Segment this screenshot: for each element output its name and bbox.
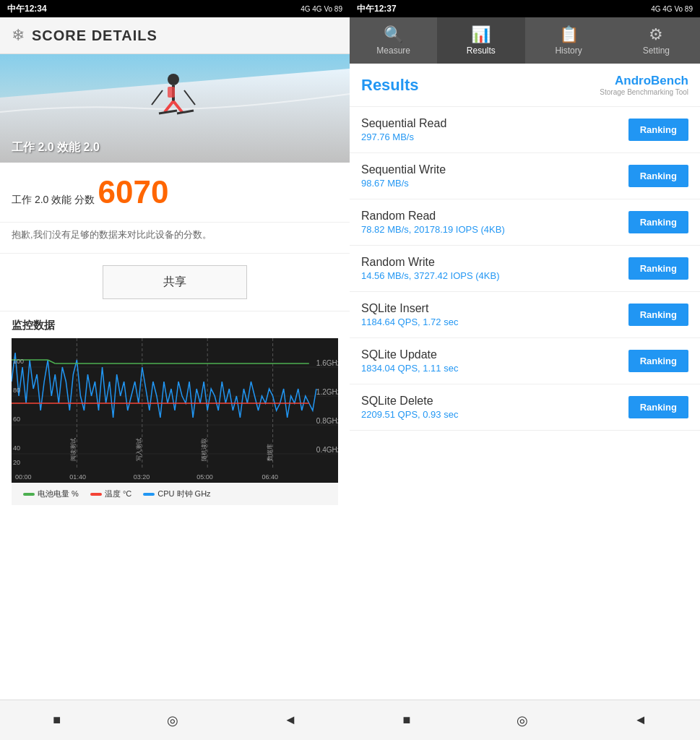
result-info-1: Sequential Write 98.67 MB/s bbox=[361, 163, 446, 189]
logo-sub: Storage Benchmarking Tool bbox=[600, 88, 688, 96]
share-button[interactable]: 共享 bbox=[103, 265, 247, 299]
svg-text:01:40: 01:40 bbox=[69, 473, 86, 481]
svg-text:100: 100 bbox=[13, 358, 24, 365]
ranking-btn-2[interactable]: Ranking bbox=[628, 211, 688, 233]
monitor-section: 监控数据 1.6GHz 1.2GHz 0.8GHz 0.4GHz bbox=[0, 311, 350, 700]
result-name-5: SQLite Update bbox=[361, 348, 458, 361]
legend-temp: 温度 °C bbox=[90, 489, 131, 499]
svg-text:03:20: 03:20 bbox=[134, 473, 150, 481]
result-value-0: 297.76 MB/s bbox=[361, 132, 446, 142]
result-row: SQLite Update 1834.04 QPS, 1.11 sec Rank… bbox=[350, 338, 700, 384]
nav-circle-right[interactable]: ◎ bbox=[511, 707, 534, 734]
tab-setting[interactable]: ⚙ Setting bbox=[613, 17, 700, 64]
tab-history-label: History bbox=[555, 46, 582, 56]
result-row: Sequential Read 297.76 MB/s Ranking bbox=[350, 107, 700, 153]
result-value-4: 1184.64 QPS, 1.72 sec bbox=[361, 317, 458, 327]
result-name-2: Random Read bbox=[361, 210, 505, 223]
ranking-btn-1[interactable]: Ranking bbox=[628, 165, 688, 187]
result-name-6: SQLite Delete bbox=[361, 395, 458, 408]
result-row: Random Read 78.82 MB/s, 20178.19 IOPS (4… bbox=[350, 199, 700, 246]
nav-square-right[interactable]: ■ bbox=[397, 707, 416, 733]
svg-text:0.8GHz: 0.8GHz bbox=[316, 417, 338, 425]
legend-temp-label: 温度 °C bbox=[105, 489, 131, 499]
nav-circle-left[interactable]: ◎ bbox=[161, 707, 184, 734]
svg-text:00:00: 00:00 bbox=[15, 473, 32, 481]
result-value-1: 98.67 MB/s bbox=[361, 178, 446, 189]
legend-battery-label: 电池电量 % bbox=[38, 489, 79, 499]
ranking-btn-3[interactable]: Ranking bbox=[628, 257, 688, 280]
score-section: 工作 2.0 效能 分数 6070 bbox=[0, 163, 350, 223]
result-name-1: Sequential Write bbox=[361, 163, 446, 176]
results-title: Results bbox=[361, 76, 418, 95]
tab-results-label: Results bbox=[467, 46, 496, 56]
score-details-title: SCORE DETAILS bbox=[32, 27, 157, 44]
score-number: 6070 bbox=[98, 174, 169, 210]
right-time: 中午12:37 bbox=[357, 3, 397, 15]
nav-back-right[interactable]: ◄ bbox=[628, 707, 653, 733]
setting-icon: ⚙ bbox=[649, 25, 663, 44]
right-status-bar: 中午12:37 4G 4G Vo 89 bbox=[350, 0, 700, 17]
svg-text:60: 60 bbox=[13, 416, 20, 423]
svg-text:20: 20 bbox=[13, 459, 20, 466]
tab-results[interactable]: 📊 Results bbox=[437, 17, 524, 64]
tab-history[interactable]: 📋 History bbox=[525, 17, 613, 64]
bottom-nav-left: ■ ◎ ◄ bbox=[0, 700, 350, 740]
legend-battery: 电池电量 % bbox=[23, 489, 79, 499]
results-content: Results AndroBench Storage Benchmarking … bbox=[350, 64, 700, 700]
svg-text:随机读取: 随机读取 bbox=[201, 438, 207, 461]
svg-text:06:40: 06:40 bbox=[262, 473, 279, 481]
ski-image: 工作 2.0 效能 2.0 bbox=[0, 54, 350, 163]
right-panel: 中午12:37 4G 4G Vo 89 🔍 Measure 📊 Results … bbox=[350, 0, 700, 700]
results-list: Sequential Read 297.76 MB/s Ranking Sequ… bbox=[350, 107, 700, 431]
result-row: Random Write 14.56 MB/s, 3727.42 IOPS (4… bbox=[350, 246, 700, 292]
nav-square-left[interactable]: ■ bbox=[47, 707, 66, 733]
chart-area: 1.6GHz 1.2GHz 0.8GHz 0.4GHz bbox=[12, 338, 338, 483]
androbench-logo: AndroBench Storage Benchmarking Tool bbox=[600, 74, 688, 96]
svg-text:1.6GHz: 1.6GHz bbox=[316, 359, 338, 367]
tab-measure-label: Measure bbox=[376, 46, 410, 56]
score-label: 工作 2.0 效能 分数 bbox=[12, 194, 95, 205]
logo-brand1: Andro bbox=[615, 74, 651, 87]
result-info-4: SQLite Insert 1184.64 QPS, 1.72 sec bbox=[361, 302, 458, 327]
result-value-2: 78.82 MB/s, 20178.19 IOPS (4KB) bbox=[361, 224, 505, 235]
left-time: 中午12:34 bbox=[7, 3, 47, 15]
bottom-nav: ■ ◎ ◄ ■ ◎ ◄ bbox=[0, 700, 700, 740]
tab-setting-label: Setting bbox=[643, 46, 670, 56]
left-status-icons: 4G 4G Vo 89 bbox=[301, 5, 342, 13]
logo-brand2: Bench bbox=[651, 74, 688, 87]
result-name-3: Random Write bbox=[361, 256, 500, 269]
ranking-btn-6[interactable]: Ranking bbox=[628, 396, 688, 418]
result-value-3: 14.56 MB/s, 3727.42 IOPS (4KB) bbox=[361, 270, 500, 281]
result-name-4: SQLite Insert bbox=[361, 302, 458, 315]
svg-text:0.4GHz: 0.4GHz bbox=[316, 446, 338, 454]
result-row: SQLite Delete 2209.51 QPS, 0.93 sec Rank… bbox=[350, 384, 700, 431]
result-info-5: SQLite Update 1834.04 QPS, 1.11 sec bbox=[361, 348, 458, 374]
legend-cpu: CPU 时钟 GHz bbox=[143, 489, 210, 499]
snowflake-icon: ❄ bbox=[12, 26, 25, 45]
ranking-btn-5[interactable]: Ranking bbox=[628, 350, 688, 372]
history-icon: 📋 bbox=[559, 25, 579, 44]
results-icon: 📊 bbox=[471, 25, 491, 44]
ranking-btn-0[interactable]: Ranking bbox=[628, 119, 688, 141]
left-status-bar: 中午12:34 4G 4G Vo 89 bbox=[0, 0, 350, 17]
result-row: SQLite Insert 1184.64 QPS, 1.72 sec Rank… bbox=[350, 292, 700, 338]
result-info-2: Random Read 78.82 MB/s, 20178.19 IOPS (4… bbox=[361, 210, 505, 235]
legend-cpu-label: CPU 时钟 GHz bbox=[157, 489, 210, 499]
svg-text:40: 40 bbox=[13, 444, 20, 452]
chart-legend: 电池电量 % 温度 °C CPU 时钟 GHz bbox=[12, 483, 338, 505]
score-header: ❄ SCORE DETAILS bbox=[0, 17, 350, 54]
result-info-0: Sequential Read 297.76 MB/s bbox=[361, 117, 446, 142]
result-info-6: SQLite Delete 2209.51 QPS, 0.93 sec bbox=[361, 395, 458, 420]
svg-point-2 bbox=[168, 74, 179, 85]
ranking-btn-4[interactable]: Ranking bbox=[628, 304, 688, 326]
no-data-text: 抱歉,我们没有足够的数据来对比此设备的分数。 bbox=[0, 223, 350, 254]
svg-text:阅读测试: 阅读测试 bbox=[70, 438, 77, 461]
nav-back-left[interactable]: ◄ bbox=[278, 707, 303, 733]
result-name-0: Sequential Read bbox=[361, 117, 446, 130]
svg-text:05:00: 05:00 bbox=[196, 473, 213, 481]
svg-text:1.2GHz: 1.2GHz bbox=[316, 388, 338, 396]
result-info-3: Random Write 14.56 MB/s, 3727.42 IOPS (4… bbox=[361, 256, 500, 281]
bottom-nav-right: ■ ◎ ◄ bbox=[350, 700, 700, 740]
tab-measure[interactable]: 🔍 Measure bbox=[350, 17, 437, 64]
result-value-6: 2209.51 QPS, 0.93 sec bbox=[361, 409, 458, 420]
